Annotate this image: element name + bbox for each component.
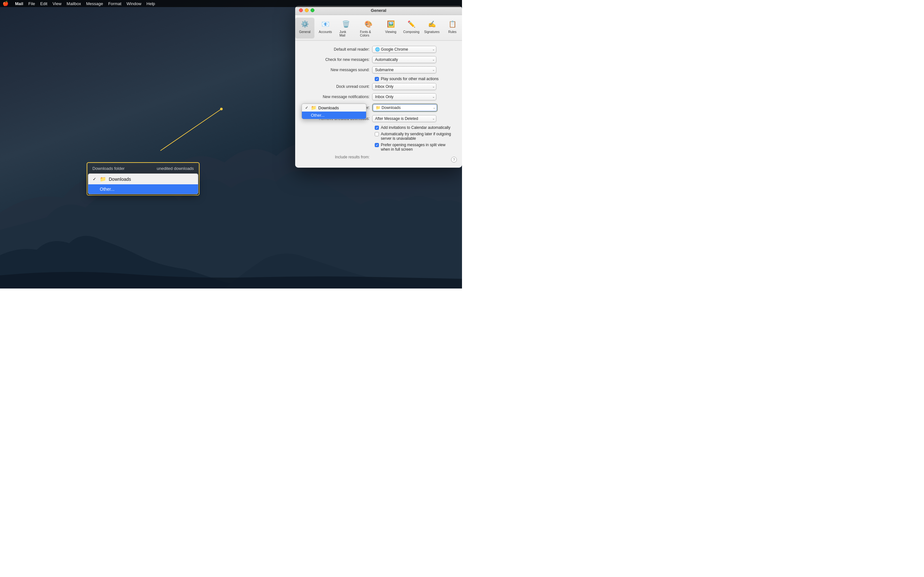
preferences-content: Default email reader: 🌐 Google Chrome Ch…: [295, 41, 462, 168]
viewing-icon: 🖼️: [386, 19, 396, 29]
fonts-icon: 🎨: [363, 19, 373, 29]
apple-menu[interactable]: 🍎: [3, 1, 9, 6]
remove-downloads-wrapper: After Message is Deleted: [372, 115, 436, 122]
large-downloads-option[interactable]: 📁 Downloads: [88, 174, 198, 184]
downloads-folder-row: Downloads folder: 📁 Downloads 📁 Download…: [302, 103, 456, 112]
notifications-label: New message notifications:: [302, 95, 372, 99]
signatures-icon: ✍️: [427, 19, 437, 29]
remove-downloads-select[interactable]: After Message is Deleted: [372, 115, 436, 122]
accounts-label: Accounts: [318, 30, 332, 34]
dock-unread-label: Dock unread count:: [302, 84, 372, 89]
signatures-label: Signatures: [424, 30, 439, 34]
play-sounds-row: Play sounds for other mail actions: [302, 77, 456, 81]
composing-icon: ✏️: [406, 19, 417, 29]
dock-unread-wrapper: Inbox Only: [372, 83, 436, 90]
notifications-control: Inbox Only: [372, 93, 456, 100]
default-email-label: Default email reader:: [302, 47, 372, 52]
menubar-help[interactable]: Help: [147, 1, 155, 6]
toolbar-rules[interactable]: 📋 Rules: [443, 18, 462, 39]
play-sounds-checkbox[interactable]: [375, 77, 379, 81]
downloads-folder-wrapper: 📁 Downloads: [372, 103, 438, 112]
toolbar-accounts[interactable]: 📧 Accounts: [316, 18, 335, 39]
messages-sound-wrapper: Submarine: [372, 66, 436, 73]
messages-sound-select[interactable]: Submarine: [372, 66, 436, 73]
sending-later-row: Automatically try sending later if outgo…: [302, 132, 456, 141]
composing-label: Composing: [403, 30, 420, 34]
rules-label: Rules: [448, 30, 457, 34]
toolbar-signatures[interactable]: ✍️ Signatures: [422, 18, 441, 39]
menubar: 🍎 Mail File Edit View Mailbox Message Fo…: [0, 0, 462, 7]
general-icon: ⚙️: [300, 19, 310, 29]
downloads-option-label: Downloads: [318, 105, 339, 110]
titlebar: General: [295, 6, 462, 15]
large-other-option[interactable]: Other...: [88, 184, 198, 194]
menubar-window[interactable]: Window: [126, 1, 141, 6]
remove-downloads-control: After Message is Deleted: [372, 115, 456, 122]
menubar-message[interactable]: Message: [86, 1, 103, 6]
menubar-edit[interactable]: Edit: [40, 1, 47, 6]
messages-sound-control: Submarine: [372, 66, 456, 73]
menubar-format[interactable]: Format: [108, 1, 121, 6]
preferences-window: General ⚙️ General 📧 Accounts 🗑️ Junk Ma…: [295, 6, 462, 168]
downloads-option-other[interactable]: Other...: [302, 111, 366, 119]
rules-icon: 📋: [447, 19, 457, 29]
split-view-row: Prefer opening messages in split view wh…: [302, 143, 456, 152]
downloads-folder-icon: 📁: [311, 105, 317, 110]
accounts-icon: 📧: [320, 19, 330, 29]
maximize-button[interactable]: [310, 8, 314, 12]
toolbar-viewing[interactable]: 🖼️ Viewing: [381, 18, 401, 39]
menubar-mailbox[interactable]: Mailbox: [67, 1, 81, 6]
large-downloads-label: Downloads: [109, 177, 131, 182]
fonts-label: Fonts & Colors: [360, 30, 376, 37]
toolbar-composing[interactable]: ✏️ Composing: [402, 18, 421, 39]
sending-later-label: Automatically try sending later if outgo…: [381, 132, 456, 141]
calendar-checkbox[interactable]: [375, 126, 379, 130]
check-messages-label: Check for new messages:: [302, 57, 372, 62]
general-label: General: [299, 30, 310, 34]
menubar-mail[interactable]: Mail: [15, 1, 23, 6]
minimize-button[interactable]: [305, 8, 309, 12]
toolbar-general[interactable]: ⚙️ General: [295, 18, 314, 39]
menubar-file[interactable]: File: [28, 1, 35, 6]
close-button[interactable]: [299, 8, 303, 12]
help-button[interactable]: ?: [451, 157, 457, 163]
downloads-folder-select[interactable]: 📁 Downloads: [373, 104, 437, 111]
split-view-label: Prefer opening messages in split view wh…: [381, 143, 456, 152]
other-option-label: Other...: [311, 113, 325, 118]
default-email-row: Default email reader: 🌐 Google Chrome: [302, 46, 456, 53]
spotlight-row: Include results from:: [302, 155, 456, 159]
check-messages-select[interactable]: Automatically: [372, 56, 436, 63]
menubar-view[interactable]: View: [53, 1, 61, 6]
dock-unread-control: Inbox Only: [372, 83, 456, 90]
check-messages-wrapper: Automatically: [372, 56, 436, 63]
downloads-option-downloads[interactable]: 📁 Downloads: [302, 104, 366, 111]
toolbar-fonts[interactable]: 🎨 Fonts & Colors: [357, 18, 380, 39]
notifications-wrapper: Inbox Only: [372, 93, 436, 100]
notifications-row: New message notifications: Inbox Only: [302, 93, 456, 100]
default-email-select[interactable]: 🌐 Google Chrome: [372, 46, 436, 53]
play-sounds-label: Play sounds for other mail actions: [381, 77, 439, 81]
downloads-folder-control: 📁 Downloads 📁 Downloads Other...: [372, 103, 456, 112]
popup-row1-label: Downloads folder: [92, 166, 124, 171]
large-popup-container: Downloads folder unedited downloads 📁 Do…: [87, 162, 200, 195]
check-messages-control: Automatically: [372, 56, 456, 63]
viewing-label: Viewing: [385, 30, 397, 34]
large-downloads-icon: 📁: [100, 176, 106, 182]
large-downloads-dropdown: 📁 Downloads Other...: [88, 173, 198, 194]
calendar-row: Add invitations to Calendar automaticall…: [302, 125, 456, 130]
popup-highlight: Downloads folder unedited downloads 📁 Do…: [87, 162, 200, 195]
notifications-select[interactable]: Inbox Only: [372, 93, 436, 100]
calendar-label: Add invitations to Calendar automaticall…: [381, 125, 451, 130]
messages-sound-label: New messages sound:: [302, 68, 372, 72]
downloads-dropdown-popup: 📁 Downloads Other...: [302, 103, 367, 119]
large-other-label: Other...: [100, 187, 115, 192]
preferences-toolbar: ⚙️ General 📧 Accounts 🗑️ Junk Mail 🎨 Fon…: [295, 15, 462, 41]
junk-icon: 🗑️: [341, 19, 351, 29]
sending-later-checkbox[interactable]: [375, 132, 379, 136]
toolbar-junk[interactable]: 🗑️ Junk Mail: [336, 18, 355, 39]
dock-unread-select[interactable]: Inbox Only: [372, 83, 436, 90]
check-messages-row: Check for new messages: Automatically: [302, 56, 456, 63]
split-view-checkbox[interactable]: [375, 143, 379, 147]
default-email-control: 🌐 Google Chrome: [372, 46, 456, 53]
junk-label: Junk Mail: [339, 30, 352, 37]
